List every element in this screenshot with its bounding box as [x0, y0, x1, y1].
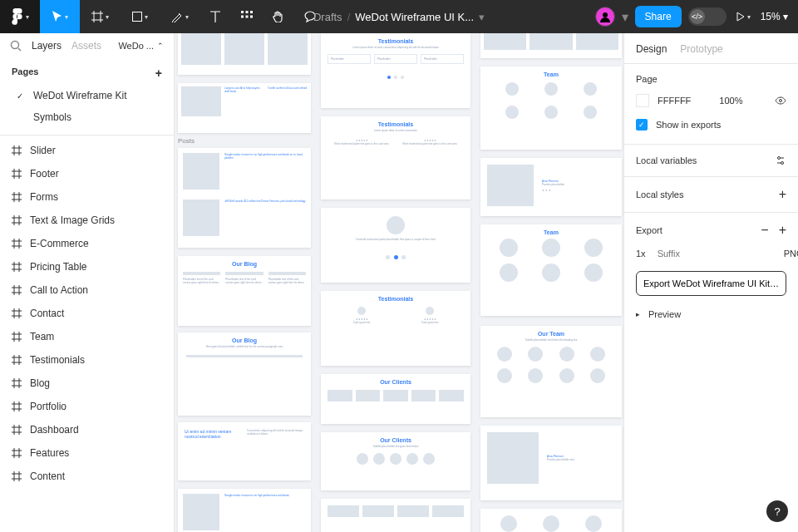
background-swatch[interactable]: [636, 94, 649, 107]
filename-label[interactable]: WeDot Wireframe UI K...: [355, 11, 474, 23]
layer-row[interactable]: Slider: [0, 139, 174, 162]
svg-point-10: [778, 157, 781, 160]
svg-point-7: [603, 12, 608, 17]
svg-rect-3: [250, 11, 253, 13]
pages-header: Pages: [12, 66, 38, 80]
chevron-down-icon[interactable]: ▾: [622, 9, 628, 25]
local-styles-header[interactable]: Local styles: [636, 190, 779, 200]
export-button[interactable]: Export WeDot Wireframe UI Kit b...: [636, 271, 786, 296]
layer-row[interactable]: Contact: [0, 302, 174, 325]
location-label[interactable]: Drafts: [313, 11, 342, 23]
help-button[interactable]: ?: [766, 500, 788, 522]
figma-menu[interactable]: ▾: [0, 0, 40, 33]
present-button[interactable]: ▾: [733, 0, 754, 33]
layer-row[interactable]: Footer: [0, 162, 174, 185]
resources-tool[interactable]: [231, 0, 263, 33]
svg-point-9: [780, 100, 782, 102]
visibility-icon[interactable]: [775, 95, 786, 106]
layer-row[interactable]: Portfolio: [0, 395, 174, 418]
layer-row[interactable]: Forms: [0, 185, 174, 209]
svg-rect-6: [250, 16, 253, 18]
chevron-down-icon[interactable]: ▾: [479, 11, 485, 23]
hand-tool[interactable]: [263, 0, 294, 33]
page-item[interactable]: Symbols: [0, 106, 174, 128]
frame-tool[interactable]: ▾: [80, 0, 120, 33]
svg-rect-4: [241, 16, 244, 18]
svg-point-11: [781, 162, 784, 165]
svg-rect-2: [246, 11, 249, 13]
export-scale[interactable]: 1x: [636, 249, 646, 259]
layer-row[interactable]: Blog: [0, 372, 174, 395]
layer-row[interactable]: Text & Image Grids: [0, 209, 174, 232]
layer-row[interactable]: Content: [0, 465, 174, 488]
export-format-select[interactable]: PNG ▾: [784, 249, 798, 259]
svg-rect-0: [132, 12, 141, 22]
settings-icon[interactable]: [775, 155, 786, 166]
page-item[interactable]: ✓WeDot Wireframe Kit: [0, 85, 174, 106]
local-variables-header[interactable]: Local variables: [636, 155, 775, 165]
caret-right-icon[interactable]: ▸: [636, 310, 640, 318]
share-button[interactable]: Share: [635, 6, 682, 27]
preview-toggle[interactable]: Preview: [648, 309, 681, 319]
layer-row[interactable]: E-Commerce: [0, 232, 174, 255]
export-suffix-input[interactable]: [658, 249, 772, 259]
canvas[interactable]: Lawyers uses AI to help lawyers draft fa…: [175, 33, 623, 532]
background-hex[interactable]: FFFFFF: [658, 96, 691, 106]
pen-tool[interactable]: ▾: [160, 0, 200, 33]
svg-point-8: [12, 42, 19, 49]
layer-row[interactable]: Features: [0, 441, 174, 465]
zoom-level[interactable]: 15% ▾: [761, 11, 788, 22]
left-panel: Layers Assets WeDo ... ⌃ Pages + ✓WeDot …: [0, 33, 175, 532]
layer-row[interactable]: Testimonials: [0, 348, 174, 372]
layer-row[interactable]: Team: [0, 325, 174, 348]
shape-tool[interactable]: ▾: [120, 0, 160, 33]
assets-tab[interactable]: Assets: [71, 40, 101, 52]
show-in-exports-checkbox[interactable]: ✓: [636, 119, 648, 131]
svg-rect-1: [241, 11, 244, 13]
right-panel: Design Prototype Page FFFFFF 100% ✓ Show…: [623, 33, 798, 532]
layer-row[interactable]: Pricing Table: [0, 255, 174, 278]
page-section-title: Page: [636, 74, 786, 84]
layer-row[interactable]: Call to Action: [0, 278, 174, 302]
design-tab[interactable]: Design: [636, 43, 667, 55]
top-toolbar: ▾ ▾ ▾ ▾ ▾ Drafts /: [0, 0, 798, 33]
search-icon[interactable]: [10, 40, 22, 52]
background-opacity[interactable]: 100%: [719, 96, 742, 106]
file-breadcrumb[interactable]: Drafts / WeDot Wireframe UI K... ▾: [313, 11, 485, 23]
text-tool[interactable]: [200, 0, 231, 33]
svg-rect-5: [246, 16, 249, 18]
user-avatar[interactable]: [595, 7, 615, 27]
layer-row[interactable]: Dashboard: [0, 418, 174, 441]
add-page-button[interactable]: +: [155, 66, 162, 80]
export-header[interactable]: Export: [636, 225, 761, 235]
add-style-button[interactable]: +: [779, 187, 786, 202]
move-tool[interactable]: ▾: [40, 0, 80, 33]
add-export-button[interactable]: +: [779, 223, 786, 238]
remove-export-button[interactable]: −: [761, 223, 768, 238]
prototype-tab[interactable]: Prototype: [680, 43, 722, 55]
page-selector[interactable]: WeDo ... ⌃: [118, 41, 164, 51]
dev-mode-toggle[interactable]: </>: [688, 7, 727, 26]
layers-tab[interactable]: Layers: [32, 40, 62, 52]
